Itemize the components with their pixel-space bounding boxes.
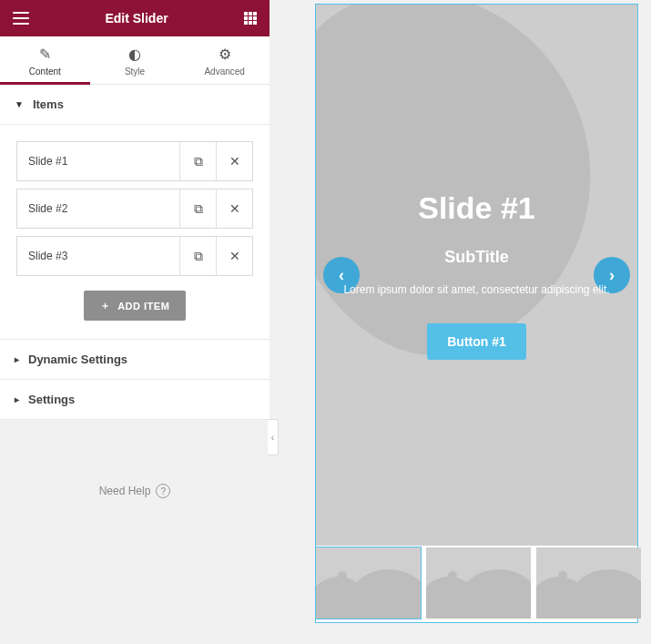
item-label: Slide #2 [17, 202, 179, 215]
contrast-icon: ◐ [90, 46, 180, 63]
panel-header: Edit Slider [0, 0, 270, 36]
plus-icon: ＋ [100, 299, 111, 312]
panel-title: Edit Slider [105, 11, 168, 26]
menu-icon[interactable] [13, 12, 29, 25]
tab-style[interactable]: ◐ Style [90, 36, 180, 84]
collapse-panel-handle[interactable]: ‹ [268, 419, 279, 455]
add-item-label: ADD ITEM [117, 301, 169, 312]
tab-content-label: Content [29, 66, 61, 77]
slide-subtitle: SubTitle [444, 248, 509, 267]
list-item[interactable]: Slide #2 ⧉ ✕ [16, 189, 253, 229]
list-item[interactable]: Slide #3 ⧉ ✕ [16, 236, 253, 276]
caret-right-icon: ▸ [15, 354, 19, 364]
slide-area: ‹ › Slide #1 SubTitle Lorem ipsum dolor … [316, 5, 637, 546]
thumbnail[interactable] [536, 547, 641, 618]
caret-down-icon: ▼ [15, 99, 24, 109]
close-icon[interactable]: ✕ [216, 142, 252, 180]
item-label: Slide #1 [17, 155, 179, 168]
section-dynamic-header[interactable]: ▸ Dynamic Settings [0, 339, 270, 380]
gear-icon: ⚙ [179, 46, 270, 63]
caret-right-icon: ▸ [15, 394, 19, 404]
slide-cta-button[interactable]: Button #1 [427, 323, 526, 360]
tab-bar: ✎ Content ◐ Style ⚙ Advanced [0, 36, 270, 85]
editor-panel: Edit Slider ✎ Content ◐ Style ⚙ Advanced… [0, 0, 270, 644]
thumbnail[interactable] [426, 547, 531, 618]
tab-style-label: Style [125, 66, 145, 77]
slide-description: Lorem ipsum dolor sit amet, consectetur … [343, 283, 609, 296]
section-items-body: Slide #1 ⧉ ✕ Slide #2 ⧉ ✕ Slide #3 ⧉ ✕ ＋… [0, 125, 270, 339]
section-settings-label: Settings [28, 393, 75, 406]
help-label: Need Help [99, 485, 151, 497]
preview-canvas: ‹ › Slide #1 SubTitle Lorem ipsum dolor … [315, 4, 638, 623]
close-icon[interactable]: ✕ [216, 237, 252, 275]
list-item[interactable]: Slide #1 ⧉ ✕ [16, 141, 253, 181]
apps-icon[interactable] [244, 12, 257, 25]
item-label: Slide #3 [17, 250, 179, 262]
slide-title: Slide #1 [418, 190, 535, 226]
panel-spacer: Need Help ? [0, 420, 270, 644]
duplicate-icon[interactable]: ⧉ [179, 142, 216, 180]
thumbnail-strip [316, 546, 637, 622]
help-icon: ? [156, 484, 170, 498]
section-items-label: Items [33, 97, 64, 111]
thumbnail[interactable] [316, 547, 421, 618]
tab-content[interactable]: ✎ Content [0, 36, 90, 84]
close-icon[interactable]: ✕ [216, 189, 252, 228]
tab-advanced-label: Advanced [204, 66, 244, 77]
pencil-icon: ✎ [0, 46, 90, 63]
add-item-button[interactable]: ＋ ADD ITEM [84, 291, 187, 321]
section-items-header[interactable]: ▼ Items [0, 85, 270, 125]
tab-advanced[interactable]: ⚙ Advanced [179, 36, 270, 84]
section-settings-header[interactable]: ▸ Settings [0, 380, 270, 420]
duplicate-icon[interactable]: ⧉ [179, 189, 216, 228]
duplicate-icon[interactable]: ⧉ [179, 237, 216, 275]
slide-content: Slide #1 SubTitle Lorem ipsum dolor sit … [316, 5, 637, 546]
section-dynamic-label: Dynamic Settings [28, 353, 127, 366]
help-link[interactable]: Need Help ? [0, 447, 270, 535]
